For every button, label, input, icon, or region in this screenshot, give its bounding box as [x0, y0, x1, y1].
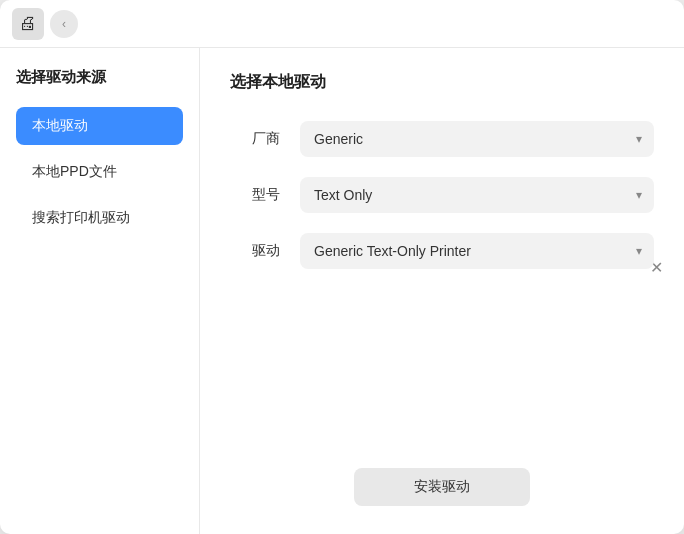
printer-icon: 🖨 — [19, 13, 37, 34]
sidebar-title: 选择驱动来源 — [16, 68, 183, 87]
install-btn-row: 安装驱动 — [200, 468, 684, 506]
driver-label: 驱动 — [230, 242, 280, 260]
manufacturer-row: 厂商 Generic ▾ — [230, 121, 654, 157]
back-icon: ‹ — [62, 17, 66, 31]
install-button[interactable]: 安装驱动 — [354, 468, 530, 506]
back-button[interactable]: ‹ — [50, 10, 78, 38]
main-title: 选择本地驱动 — [230, 72, 654, 93]
title-bar-left: 🖨 ‹ — [12, 8, 78, 40]
title-bar: 🖨 ‹ ✕ — [0, 0, 684, 48]
model-select-wrapper: Text Only ▾ — [300, 177, 654, 213]
model-select[interactable]: Text Only — [300, 177, 654, 213]
manufacturer-select-wrapper: Generic ▾ — [300, 121, 654, 157]
sidebar-item-local-driver[interactable]: 本地驱动 — [16, 107, 183, 145]
model-label: 型号 — [230, 186, 280, 204]
model-row: 型号 Text Only ▾ — [230, 177, 654, 213]
main-window: 🖨 ‹ ✕ 选择驱动来源 本地驱动 本地PPD文件 搜索打印机驱动 — [0, 0, 684, 534]
sidebar-item-local-ppd[interactable]: 本地PPD文件 — [16, 153, 183, 191]
main-panel: 选择本地驱动 厂商 Generic ▾ 型号 — [200, 48, 684, 534]
manufacturer-select[interactable]: Generic — [300, 121, 654, 157]
printer-icon-btn[interactable]: 🖨 — [12, 8, 44, 40]
manufacturer-label: 厂商 — [230, 130, 280, 148]
form-rows: 厂商 Generic ▾ 型号 Text Only — [230, 121, 654, 269]
sidebar: 选择驱动来源 本地驱动 本地PPD文件 搜索打印机驱动 — [0, 48, 200, 534]
driver-row: 驱动 Generic Text-Only Printer ▾ — [230, 233, 654, 269]
driver-select[interactable]: Generic Text-Only Printer — [300, 233, 654, 269]
sidebar-item-search-driver[interactable]: 搜索打印机驱动 — [16, 199, 183, 237]
driver-select-wrapper: Generic Text-Only Printer ▾ — [300, 233, 654, 269]
content-area: 选择驱动来源 本地驱动 本地PPD文件 搜索打印机驱动 选择本地驱动 厂商 — [0, 48, 684, 534]
